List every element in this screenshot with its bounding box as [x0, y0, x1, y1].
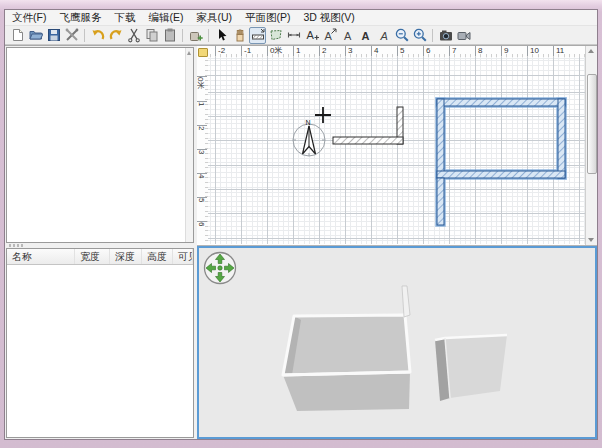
menu-feiying-service[interactable]: 飞鹰服务 — [59, 11, 101, 25]
svg-text:A: A — [307, 29, 315, 41]
create-video-button[interactable] — [455, 27, 472, 44]
cut-button[interactable] — [125, 27, 142, 44]
ruler-label: 6 — [423, 46, 430, 56]
redo-icon — [108, 27, 123, 43]
ruler-label: 10 — [527, 46, 539, 56]
paste-button[interactable] — [161, 27, 178, 44]
zoom-in-icon — [412, 27, 427, 43]
scrollbar-thumb[interactable] — [587, 74, 597, 174]
toolbar-separator — [182, 29, 183, 42]
catalog-scrollbar[interactable] — [185, 48, 193, 242]
ruler-label: 0米 — [267, 46, 282, 56]
toolbar-separator — [432, 29, 433, 42]
ruler-label: 3 — [197, 150, 206, 154]
ruler-label: 1 — [293, 46, 300, 56]
save-button[interactable] — [45, 27, 62, 44]
svg-text:A: A — [380, 30, 388, 42]
ruler-label: 6 — [197, 222, 206, 226]
furniture-list-panel: 名称 宽度 深度 高度 可见 — [6, 248, 194, 438]
toolbar-separator — [84, 29, 85, 42]
menu-edit[interactable]: 编辑(E) — [148, 11, 183, 25]
undo-button[interactable] — [89, 27, 106, 44]
svg-text:A: A — [325, 30, 333, 42]
text-italic-icon: A — [376, 27, 391, 43]
furniture-table-header: 名称 宽度 深度 高度 可见 — [7, 249, 193, 265]
column-header-name[interactable]: 名称 — [7, 249, 75, 264]
toolbar: A A A A A — [5, 26, 597, 45]
ruler-label: 5 — [197, 198, 206, 202]
main-area: 名称 宽度 深度 高度 可见 -2 -1 0米 1 2 — [5, 45, 597, 439]
add-furniture-icon — [188, 27, 203, 43]
menu-download[interactable]: 下载 — [114, 11, 135, 25]
video-camera-icon — [456, 27, 471, 43]
create-photo-button[interactable] — [437, 27, 454, 44]
plan-grid-canvas[interactable] — [208, 57, 588, 244]
create-labels-button[interactable]: A — [303, 27, 320, 44]
zoom-out-icon — [394, 27, 409, 43]
menu-3d-view[interactable]: 3D 视图(V) — [304, 11, 355, 25]
menu-file[interactable]: 文件(F) — [12, 11, 46, 25]
open-button[interactable] — [27, 27, 44, 44]
application-window: { "menu_bar": { "items": ["文件(F)", "飞鹰服务… — [0, 0, 602, 448]
left-column: 名称 宽度 深度 高度 可见 — [5, 46, 195, 439]
plan-2d-view[interactable]: -2 -1 0米 1 2 3 4 5 6 7 8 9 10 11 0米 — [197, 46, 597, 246]
ruler-label: 4 — [371, 46, 378, 56]
column-header-height[interactable]: 高度 — [142, 249, 173, 264]
navigation-arrows-icon[interactable] — [201, 249, 239, 287]
text-italic-button[interactable]: A — [375, 27, 392, 44]
select-button[interactable] — [213, 27, 230, 44]
room-box-3d — [283, 286, 410, 411]
ruler-label: 2 — [319, 46, 326, 56]
ruler-label: 9 — [501, 46, 508, 56]
copy-icon — [144, 27, 159, 43]
redo-button[interactable] — [107, 27, 124, 44]
text-arrow-button[interactable]: A — [321, 27, 338, 44]
text-plain-icon: A — [340, 27, 355, 43]
ruler-label: 4 — [197, 174, 206, 178]
pan-button[interactable] — [231, 27, 248, 44]
scroll-up-icon[interactable] — [187, 49, 191, 55]
wall-icon — [250, 27, 265, 43]
horizontal-splitter[interactable] — [5, 243, 195, 248]
camera-icon — [438, 27, 453, 43]
create-dimensions-button[interactable] — [285, 27, 302, 44]
view-3d-panel[interactable] — [197, 246, 597, 439]
tools-icon — [64, 27, 79, 43]
text-bold-icon: A — [358, 27, 373, 43]
text-arrow-icon: A — [322, 27, 337, 43]
scene-3d[interactable] — [199, 248, 597, 439]
scroll-down-icon[interactable] — [588, 238, 594, 242]
ruler-label: 11 — [553, 46, 564, 56]
menu-plan[interactable]: 平面图(P) — [245, 11, 291, 25]
ruler-label: 7 — [449, 46, 456, 56]
text-bold-button[interactable]: A — [357, 27, 374, 44]
ruler-label: 8 — [475, 46, 482, 56]
column-header-visible[interactable]: 可见 — [173, 249, 193, 264]
menu-furniture[interactable]: 家具(U) — [196, 11, 232, 25]
create-walls-button[interactable] — [249, 27, 266, 44]
scroll-up-icon[interactable] — [588, 49, 594, 53]
add-furniture-button[interactable] — [187, 27, 204, 44]
copy-button[interactable] — [143, 27, 160, 44]
splitter-grip-icon — [9, 244, 23, 247]
zoom-out-button[interactable] — [393, 27, 410, 44]
column-header-depth[interactable]: 深度 — [110, 249, 142, 264]
create-rooms-button[interactable] — [267, 27, 284, 44]
l-wall-3d — [435, 335, 507, 401]
text-plain-button[interactable]: A — [339, 27, 356, 44]
preferences-button[interactable] — [63, 27, 80, 44]
dimension-icon — [286, 27, 301, 43]
scissors-icon — [126, 27, 141, 43]
zoom-in-button[interactable] — [411, 27, 428, 44]
open-folder-icon — [28, 27, 43, 43]
furniture-catalog-panel[interactable] — [6, 47, 194, 243]
menu-bar: 文件(F) 飞鹰服务 下载 编辑(E) 家具(U) 平面图(P) 3D 视图(V… — [5, 10, 597, 26]
furniture-table-body[interactable] — [7, 265, 193, 437]
ruler-label: -1 — [241, 46, 251, 56]
ruler-label: 1 — [197, 102, 206, 106]
column-header-width[interactable]: 宽度 — [75, 249, 110, 264]
new-document-button[interactable] — [9, 27, 26, 44]
svg-text:A: A — [344, 30, 352, 42]
plan-vertical-scrollbar[interactable] — [585, 46, 597, 245]
right-column: -2 -1 0米 1 2 3 4 5 6 7 8 9 10 11 0米 — [197, 46, 597, 439]
